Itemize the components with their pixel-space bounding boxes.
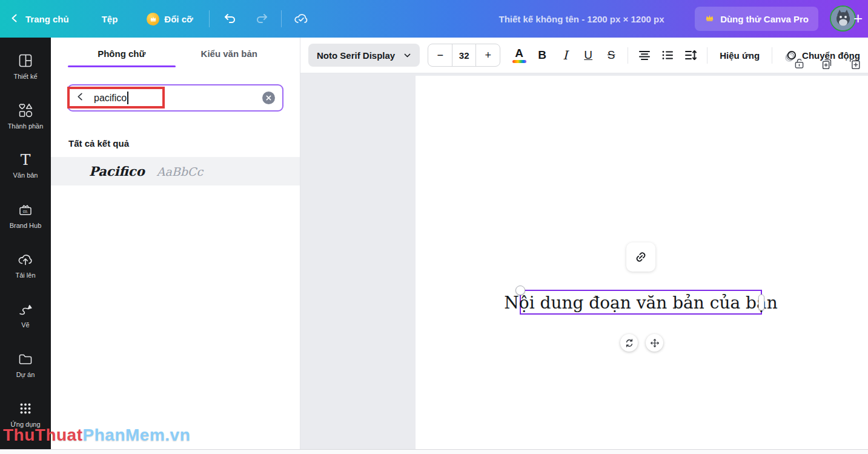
sidebar-item-text[interactable]: T Văn bản (0, 141, 51, 190)
canvas-text[interactable]: Nội dung đoạn văn bản của bạn (504, 292, 777, 312)
lock-button[interactable] (792, 56, 806, 70)
add-page-button[interactable] (847, 56, 862, 70)
spacing-button[interactable] (679, 44, 702, 67)
selected-text-element[interactable]: Nội dung đoạn văn bản của bạn (520, 290, 762, 315)
font-family-dropdown[interactable]: Noto Serif Display (308, 44, 420, 67)
bullet-list-icon (661, 48, 674, 62)
font-result-name: Pacifico (89, 164, 145, 179)
sidebar-item-label: Vẽ (21, 321, 29, 329)
panel-tabs: Phông chữ Kiểu văn bản (68, 48, 283, 67)
save-status-button[interactable] (290, 8, 312, 30)
sidebar-item-draw[interactable]: Vẽ (0, 290, 51, 339)
file-label: Tệp (102, 14, 118, 24)
increase-font-size-button[interactable]: + (476, 44, 500, 66)
tab-fonts[interactable]: Phông chữ (68, 48, 176, 67)
redo-button[interactable] (251, 8, 273, 30)
projects-icon (18, 351, 33, 367)
add-member-button[interactable]: + (853, 10, 868, 27)
topbar-divider (209, 10, 210, 27)
font-result-sample: AaBbCc (157, 165, 203, 178)
font-search-input[interactable]: pacifico (67, 84, 283, 112)
close-icon (266, 95, 271, 101)
rainbow-color-bar (512, 60, 526, 63)
duplicate-page-icon (820, 56, 833, 70)
resize-button[interactable]: Đổi cỡ (147, 13, 193, 25)
list-button[interactable] (656, 44, 679, 67)
back-chevron-icon (10, 13, 19, 25)
rotate-handle[interactable] (620, 334, 638, 352)
topbar: Trang chủ Tệp Đổi cỡ Thiết (0, 0, 868, 38)
sidebar-item-uploads[interactable]: Tải lên (0, 240, 51, 290)
try-canva-pro-button[interactable]: Dùng thử Canva Pro (695, 7, 818, 31)
resize-corner-handle[interactable] (515, 285, 525, 295)
link-floating-button[interactable] (626, 242, 655, 272)
home-button[interactable]: Trang chủ (10, 13, 69, 25)
sidebar-item-brand-hub[interactable]: co. Brand Hub (0, 190, 51, 240)
underline-button[interactable]: U (577, 44, 600, 67)
avatar[interactable] (830, 5, 856, 32)
rotate-icon (624, 338, 634, 348)
page-actions (792, 56, 862, 70)
bottom-bar-edge (0, 449, 868, 454)
brand-hub-icon: co. (18, 202, 33, 218)
undo-icon (223, 12, 237, 26)
sidebar-item-label: Văn bản (13, 172, 38, 179)
file-menu-button[interactable]: Tệp (102, 14, 118, 24)
chevron-down-icon (403, 52, 411, 59)
results-heading: Tất cả kết quả (68, 138, 300, 149)
text-align-button[interactable] (633, 44, 656, 67)
crown-badge-icon (147, 13, 159, 25)
draw-icon (18, 301, 33, 317)
sidebar-item-projects[interactable]: Dự án (0, 339, 51, 389)
avatar-image (831, 7, 855, 31)
text-toolbar: Noto Serif Display − 32 + A B I U S (300, 38, 868, 73)
sidebar-item-label: Ứng dụng (10, 421, 40, 428)
sidebar-item-label: Thành phần (8, 122, 44, 130)
text-caret (127, 92, 128, 104)
duplicate-page-button[interactable] (820, 56, 834, 70)
sidebar-item-label: Tải lên (15, 272, 35, 279)
home-label: Trang chủ (25, 14, 69, 24)
toolbar-divider (628, 47, 628, 64)
sidebar-item-elements[interactable]: Thành phần (0, 91, 51, 141)
pro-label: Dùng thử Canva Pro (720, 14, 809, 24)
text-icon: T (21, 153, 31, 167)
crown-icon (704, 13, 715, 24)
italic-button[interactable]: I (554, 44, 577, 67)
font-size-stepper: − 32 + (428, 44, 500, 67)
link-icon (634, 250, 648, 264)
bold-button[interactable]: B (531, 44, 554, 67)
fonts-panel: Phông chữ Kiểu văn bản pacifico Tất cả k… (51, 38, 300, 449)
elements-icon (18, 102, 33, 118)
design-title[interactable]: Thiết kế không tên - 1200 px × 1200 px (460, 14, 703, 24)
decrease-font-size-button[interactable]: − (428, 44, 452, 66)
font-size-value[interactable]: 32 (452, 44, 476, 66)
undo-button[interactable] (219, 8, 241, 30)
clear-search-button[interactable] (262, 92, 275, 104)
move-icon (650, 338, 660, 348)
effects-button[interactable]: Hiệu ứng (712, 50, 767, 61)
sidebar-item-label: Thiết kế (13, 73, 37, 80)
search-back-chevron-icon[interactable] (76, 92, 85, 104)
design-page[interactable]: Nội dung đoạn văn bản của bạn (416, 76, 868, 450)
tab-text-styles[interactable]: Kiểu văn bản (176, 48, 283, 67)
sidebar-item-apps[interactable]: Ứng dụng (0, 389, 51, 439)
canva-editor: Trang chủ Tệp Đổi cỡ Thiết (0, 0, 868, 454)
svg-text:co.: co. (23, 209, 28, 213)
strikethrough-button[interactable]: S (600, 44, 623, 67)
sidebar-item-design[interactable]: Thiết kế (0, 41, 51, 91)
sidebar: Thiết kế Thành phần T Văn bản co. Brand … (0, 38, 51, 449)
design-icon (18, 53, 33, 68)
uploads-icon (18, 252, 33, 267)
unlock-icon (793, 56, 806, 70)
move-handle[interactable] (646, 334, 663, 352)
font-result-pacifico[interactable]: Pacifico AaBbCc (51, 157, 300, 185)
text-color-button[interactable]: A (508, 44, 531, 67)
line-spacing-icon (684, 48, 697, 62)
resize-label: Đổi cỡ (164, 14, 193, 24)
editor-area: Noto Serif Display − 32 + A B I U S (300, 38, 868, 449)
text-color-label: A (515, 47, 523, 59)
sidebar-item-label: Dự án (16, 371, 35, 378)
redo-icon (254, 12, 269, 26)
resize-side-handle[interactable] (758, 294, 764, 310)
